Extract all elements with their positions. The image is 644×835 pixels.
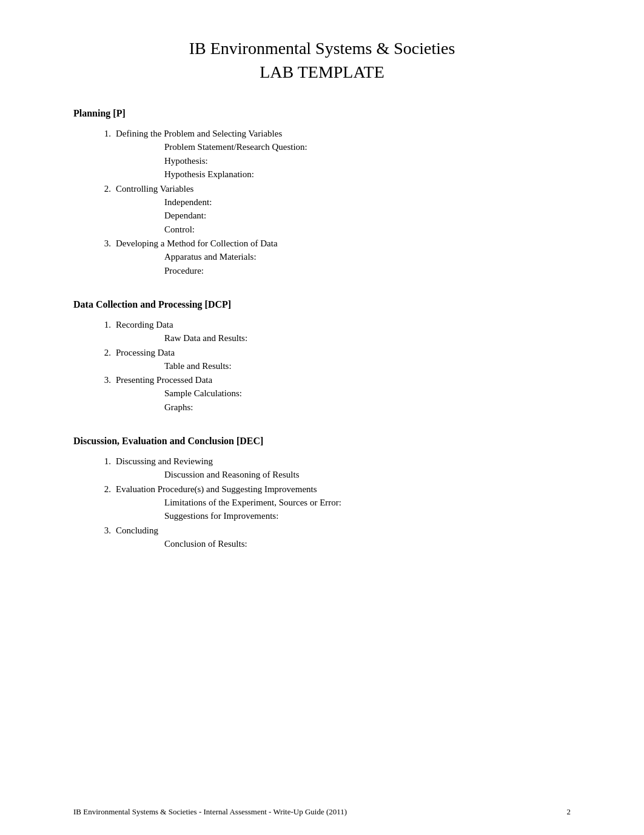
sub-item: Apparatus and Materials: (116, 250, 571, 264)
list-item: 3.Developing a Method for Collection of … (73, 238, 571, 277)
list-number: 1. (73, 129, 116, 181)
sub-items: Apparatus and Materials:Procedure: (116, 250, 571, 277)
sub-item: Discussion and Reasoning of Results (116, 468, 571, 482)
sub-item: Conclusion of Results: (116, 537, 571, 551)
sub-items: Table and Results: (116, 359, 571, 373)
section-planning: Planning [P]1.Defining the Problem and S… (73, 108, 571, 277)
sub-item: Limitations of the Experiment, Sources o… (116, 496, 571, 510)
list-main-label: Recording Data (116, 320, 571, 330)
list-number: 1. (73, 456, 116, 482)
list-main-label: Developing a Method for Collection of Da… (116, 238, 571, 249)
list-content: Controlling VariablesIndependent:Dependa… (116, 184, 571, 237)
list-item: 1.Discussing and ReviewingDiscussion and… (73, 456, 571, 482)
list-main-label: Controlling Variables (116, 184, 571, 194)
list-content: Evaluation Procedure(s) and Suggesting I… (116, 484, 571, 523)
list-number: 3. (73, 526, 116, 551)
sub-items: Sample Calculations:Graphs: (116, 387, 571, 414)
list-main-label: Evaluation Procedure(s) and Suggesting I… (116, 484, 571, 495)
footer-right: 2 (567, 807, 571, 817)
list-content: Recording DataRaw Data and Results: (116, 320, 571, 345)
list-main-label: Concluding (116, 526, 571, 536)
list-content: ConcludingConclusion of Results: (116, 526, 571, 551)
sub-items: Conclusion of Results: (116, 537, 571, 551)
sub-item: Hypothesis Explanation: (116, 167, 571, 181)
list-item: 1.Defining the Problem and Selecting Var… (73, 129, 571, 181)
section-heading-dec: Discussion, Evaluation and Conclusion [D… (73, 436, 571, 447)
list-main-label: Processing Data (116, 348, 571, 358)
list-main-label: Defining the Problem and Selecting Varia… (116, 129, 571, 139)
sub-item: Suggestions for Improvements: (116, 509, 571, 523)
title-line1: IB Environmental Systems & Societies (189, 39, 455, 58)
page: IB Environmental Systems & Societies LAB… (73, 0, 571, 835)
sub-item: Table and Results: (116, 359, 571, 373)
sub-items: Raw Data and Results: (116, 331, 571, 345)
list-number: 2. (73, 348, 116, 373)
sub-item: Graphs: (116, 401, 571, 414)
sub-items: Limitations of the Experiment, Sources o… (116, 496, 571, 523)
list-main-label: Discussing and Reviewing (116, 456, 571, 467)
list-number: 2. (73, 184, 116, 237)
sub-item: Problem Statement/Research Question: (116, 140, 571, 154)
footer-left: IB Environmental Systems & Societies - I… (73, 807, 347, 817)
sub-items: Discussion and Reasoning of Results (116, 468, 571, 482)
sub-item: Raw Data and Results: (116, 331, 571, 345)
sub-item: Hypothesis: (116, 154, 571, 168)
sub-item: Procedure: (116, 264, 571, 278)
list-content: Defining the Problem and Selecting Varia… (116, 129, 571, 181)
section-heading-planning: Planning [P] (73, 108, 571, 119)
section-dec: Discussion, Evaluation and Conclusion [D… (73, 436, 571, 550)
list-main-label: Presenting Processed Data (116, 375, 571, 385)
list-item: 1.Recording DataRaw Data and Results: (73, 320, 571, 345)
page-title: IB Environmental Systems & Societies LAB… (73, 36, 571, 84)
list-item: 2.Processing DataTable and Results: (73, 348, 571, 373)
list-content: Processing DataTable and Results: (116, 348, 571, 373)
list-number: 2. (73, 484, 116, 523)
list-number: 3. (73, 238, 116, 277)
list-content: Developing a Method for Collection of Da… (116, 238, 571, 277)
list-item: 2.Evaluation Procedure(s) and Suggesting… (73, 484, 571, 523)
list-content: Presenting Processed DataSample Calculat… (116, 375, 571, 414)
list-content: Discussing and ReviewingDiscussion and R… (116, 456, 571, 482)
section-dcp: Data Collection and Processing [DCP]1.Re… (73, 299, 571, 414)
sub-item: Dependant: (116, 209, 571, 223)
sub-item: Control: (116, 223, 571, 237)
footer: IB Environmental Systems & Societies - I… (73, 807, 571, 817)
sub-items: Problem Statement/Research Question:Hypo… (116, 140, 571, 181)
list-item: 2.Controlling VariablesIndependent:Depen… (73, 184, 571, 237)
sub-items: Independent:Dependant:Control: (116, 195, 571, 237)
title-line2: LAB TEMPLATE (260, 63, 384, 81)
list-number: 3. (73, 375, 116, 414)
sub-item: Independent: (116, 195, 571, 209)
list-number: 1. (73, 320, 116, 345)
sub-item: Sample Calculations: (116, 387, 571, 401)
list-item: 3.Presenting Processed DataSample Calcul… (73, 375, 571, 414)
list-item: 3.ConcludingConclusion of Results: (73, 526, 571, 551)
section-heading-dcp: Data Collection and Processing [DCP] (73, 299, 571, 310)
